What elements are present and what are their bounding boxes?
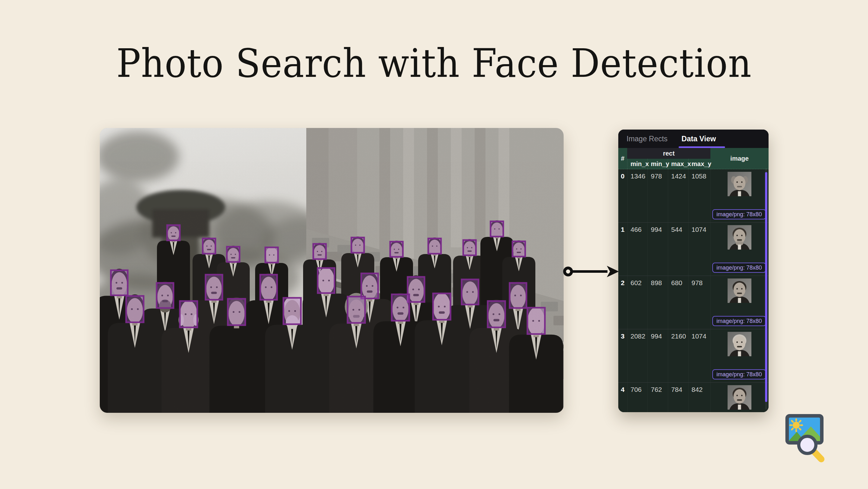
image-cell: image/png: 78x80 xyxy=(710,169,769,223)
rect-value: 994 xyxy=(648,223,668,276)
face-thumbnail xyxy=(727,172,751,196)
rects-table: # rect image min_x min_y max_x max_y 013… xyxy=(618,148,769,412)
rect-value: 842 xyxy=(688,383,710,413)
face-thumbnail xyxy=(727,385,751,410)
photo-search-icon xyxy=(784,412,829,465)
arrow-origin-dot xyxy=(565,268,571,275)
face-thumbnail xyxy=(727,225,751,250)
image-cell: image/png: 78x80 xyxy=(710,276,769,329)
row-index: 2 xyxy=(618,276,627,329)
image-cell: image/png: 78x80 xyxy=(710,329,769,383)
face-thumbnail xyxy=(727,332,751,356)
group-photo-image xyxy=(100,128,564,413)
rect-value: 1074 xyxy=(688,223,710,276)
rect-value: 1058 xyxy=(688,169,710,223)
rect-value: 2160 xyxy=(668,329,688,383)
column-header-index: # xyxy=(618,148,627,169)
rect-value: 2082 xyxy=(627,329,648,383)
rect-value: 1424 xyxy=(668,169,688,223)
slide: Photo Search with Face Detection Image R… xyxy=(0,0,868,489)
rect-value: 544 xyxy=(668,223,688,276)
table-row[interactable]: 3208299421601074 image/png: 78x80 xyxy=(618,329,769,383)
rect-value: 602 xyxy=(627,276,648,329)
rect-value: 994 xyxy=(648,329,668,383)
arrow-head-icon xyxy=(607,266,619,277)
group-photo xyxy=(100,128,564,413)
image-size-badge: image/png: 78x80 xyxy=(712,316,766,326)
tab-data-view[interactable]: Data View xyxy=(682,135,716,143)
rect-value: 898 xyxy=(648,276,668,329)
table-row[interactable]: 0134697814241058 image/png: 78x80 xyxy=(618,169,769,223)
rect-value: 784 xyxy=(668,383,688,413)
image-size-badge: image/png: 78x80 xyxy=(712,209,766,220)
row-index: 3 xyxy=(618,329,627,383)
active-tab-underline xyxy=(679,146,725,148)
face-thumbnail xyxy=(727,279,751,303)
panel-tabs: Image Rects Data View xyxy=(618,130,769,148)
image-cell: image/png: 78x80 xyxy=(710,223,769,276)
rect-value: 762 xyxy=(648,383,668,413)
column-header-image: image xyxy=(710,148,769,169)
rect-value: 978 xyxy=(688,276,710,329)
tab-image-rects[interactable]: Image Rects xyxy=(626,135,668,143)
rect-value: 1074 xyxy=(688,329,710,383)
sun-icon xyxy=(790,419,802,431)
data-panel: Image Rects Data View # rect image min_x… xyxy=(618,130,769,412)
rect-value: 466 xyxy=(627,223,648,276)
column-header-max-x: max_x xyxy=(668,159,688,169)
scrollbar-thumb[interactable] xyxy=(765,172,767,402)
rect-value: 680 xyxy=(668,276,688,329)
panel-scrollbar xyxy=(765,168,767,410)
table-row[interactable]: 14669945441074 image/png: 78x80 xyxy=(618,223,769,276)
row-index: 0 xyxy=(618,169,627,223)
column-header-rect: rect xyxy=(627,148,710,159)
rect-value: 706 xyxy=(627,383,648,413)
table-row[interactable]: 4706762784842 image/png: 78x80 xyxy=(618,383,769,413)
image-cell: image/png: 78x80 xyxy=(710,383,769,413)
row-index: 4 xyxy=(618,383,627,413)
connector-arrow xyxy=(562,264,620,280)
table-row[interactable]: 2602898680978 image/png: 78x80 xyxy=(618,276,769,329)
column-header-min-x: min_x xyxy=(627,159,648,169)
image-size-badge: image/png: 78x80 xyxy=(712,369,766,380)
row-index: 1 xyxy=(618,223,627,276)
rect-value: 978 xyxy=(648,169,668,223)
page-title: Photo Search with Face Detection xyxy=(0,41,868,86)
rect-value: 1346 xyxy=(627,169,648,223)
image-size-badge: image/png: 78x80 xyxy=(712,263,766,273)
column-header-max-y: max_y xyxy=(688,159,710,169)
column-header-min-y: min_y xyxy=(648,159,668,169)
